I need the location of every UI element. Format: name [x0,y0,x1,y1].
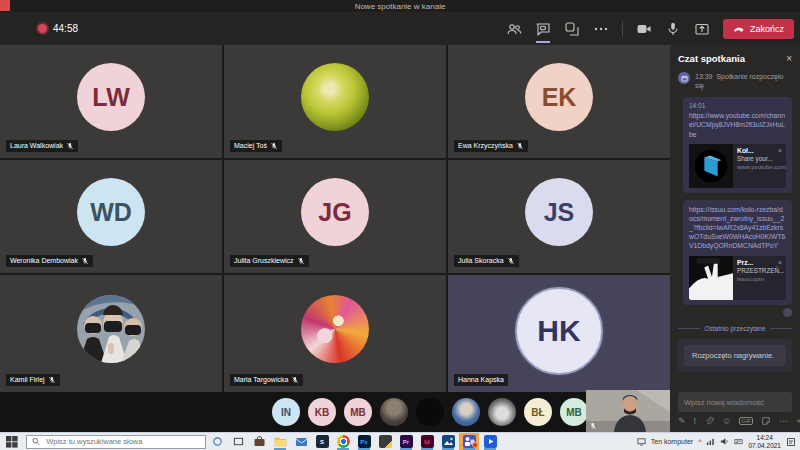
mini-avatar[interactable]: BŁ [524,398,552,426]
mini-avatar-photo[interactable] [416,398,444,426]
chrome-app-icon[interactable] [333,433,353,450]
format-icon[interactable]: ✎ [678,417,686,426]
avatar-photo-group [77,295,145,363]
window-title: Nowe spotkanie w kanale [355,2,446,11]
mail-app-icon[interactable] [291,433,311,450]
meeting-toolbar: 44:58 [0,12,800,45]
send-icon[interactable] [796,416,800,426]
more-compose-icon[interactable]: ⋯ [779,417,788,426]
movies-app-icon[interactable] [480,433,500,450]
windows-taskbar: S Ps Pr Id Ten komputer ^ 14:24 07.04.20… [0,432,800,450]
action-center-icon[interactable] [786,437,796,447]
mini-avatar-photo[interactable] [452,398,480,426]
taskbar-clock[interactable]: 14:24 07.04.2021 [748,434,781,449]
sticker-icon[interactable] [761,416,771,426]
microphone-button[interactable] [665,21,681,37]
participant-tile[interactable]: LW Laura Walkowiak [0,45,222,158]
mic-muted-icon [291,376,299,384]
app-icon [0,0,10,11]
gif-icon[interactable]: GIF [739,417,753,425]
participant-tile[interactable]: EK Ewa Krzyczyńska [448,45,670,158]
avatar-initials: WD [77,178,145,246]
participant-name-tag: Ewa Krzyczyńska [454,140,528,152]
chat-panel-title: Czat spotkania [678,53,745,64]
recording-indicator: 44:58 [38,23,78,34]
share-screen-button[interactable] [694,21,710,37]
mini-avatar-photo[interactable] [488,398,516,426]
notes-app-icon[interactable] [375,433,395,450]
show-hidden-icons[interactable]: ^ [698,438,701,445]
mic-muted-icon [48,376,56,384]
avatar-initials: JG [301,178,369,246]
briefcase-app-icon[interactable] [249,433,269,450]
toolbar-divider [622,21,623,37]
chat-message[interactable]: https://issuu.com/kolo-rzezba/docs/momen… [683,200,792,305]
emoji-icon[interactable]: ☺ [722,417,731,426]
start-button[interactable] [6,436,18,448]
taskbar-search[interactable] [26,435,206,449]
chat-message[interactable]: 14:01 https://www.youtube.com/channel/UC… [683,97,792,193]
participant-name-tag: Maria Targowicka [230,374,303,386]
participant-tile[interactable]: Kamil Firlej [0,275,222,392]
participant-tile[interactable]: WD Weronika Dembowiak [0,160,222,273]
participant-name: Maciej Toś [234,142,267,150]
file-explorer-icon[interactable] [270,433,290,450]
system-tray: Ten komputer ^ 14:24 07.04.2021 [637,434,800,449]
message-link[interactable]: https://issuu.com/kolo-rzezba/docs/momen… [689,205,786,251]
self-video-preview[interactable] [586,390,670,432]
search-input[interactable] [44,436,200,447]
steam-app-icon[interactable]: S [312,433,332,450]
card-title: Koł... [737,147,754,154]
task-view-button[interactable] [228,433,248,450]
tray-date: 07.04.2021 [748,442,781,449]
tray-device-label[interactable]: Ten komputer [651,438,693,445]
card-domain: issuu.com [737,276,782,282]
participant-name-tag: Weronika Dembowiak [6,255,93,267]
chat-button[interactable] [535,21,551,37]
breakout-rooms-button[interactable] [564,21,580,37]
photos-app-icon[interactable] [438,433,458,450]
mini-avatar[interactable]: MB [344,398,372,426]
seen-indicator [783,308,792,317]
card-close-icon[interactable]: × [778,259,782,266]
participant-tile[interactable]: HK Hanna Kapska [448,275,670,392]
message-link[interactable]: https://www.youtube.com/channel/UCMpy8JV… [689,111,786,139]
premiere-app-icon[interactable]: Pr [396,433,416,450]
end-call-label: Zakończ [750,24,784,34]
mini-avatar[interactable]: KB [308,398,336,426]
priority-icon[interactable]: ! [694,417,697,426]
cortana-button[interactable] [207,433,227,450]
network-icon[interactable] [706,437,715,446]
camera-button[interactable] [636,21,652,37]
link-preview-card[interactable]: Koł... × Share your... www.youtube.com [689,144,786,188]
more-options-button[interactable] [593,21,609,37]
hang-up-icon [733,23,745,35]
last-read-label: Ostatnio przeczytane [704,325,765,332]
photoshop-app-icon[interactable]: Ps [354,433,374,450]
keyboard-layout-icon[interactable] [734,437,743,446]
participant-tile[interactable]: JS Julia Skoracka [448,160,670,273]
close-chat-icon[interactable]: × [786,54,792,64]
participant-tile[interactable]: Maria Targowicka [224,275,446,392]
search-icon [32,437,40,446]
card-close-icon[interactable]: × [778,147,782,154]
participant-tile[interactable]: JG Julita Gruszkiewicz [224,160,446,273]
teams-app-icon[interactable] [459,433,479,450]
participants-button[interactable] [506,21,522,37]
end-call-button[interactable]: Zakończ [723,19,794,39]
indesign-app-icon[interactable]: Id [417,433,437,450]
volume-icon[interactable] [720,437,729,446]
attach-icon[interactable] [704,416,714,426]
participant-name: Julia Skoracka [458,257,504,265]
participant-tile[interactable]: Maciej Toś [224,45,446,158]
participant-name-tag: Julia Skoracka [454,255,519,267]
chat-input[interactable] [678,392,792,412]
window-titlebar: Nowe spotkanie w kanale [0,0,800,12]
mini-avatar[interactable]: IN [272,398,300,426]
participant-name: Weronika Dembowiak [10,257,78,265]
mini-avatar[interactable]: MB [560,398,588,426]
participant-name-tag: Julita Gruszkiewicz [230,255,309,267]
link-preview-card[interactable]: Prz... × PRZESTRZEŃ... issuu.com [689,256,786,300]
mini-avatar-photo[interactable] [380,398,408,426]
notification-badge [472,442,478,448]
